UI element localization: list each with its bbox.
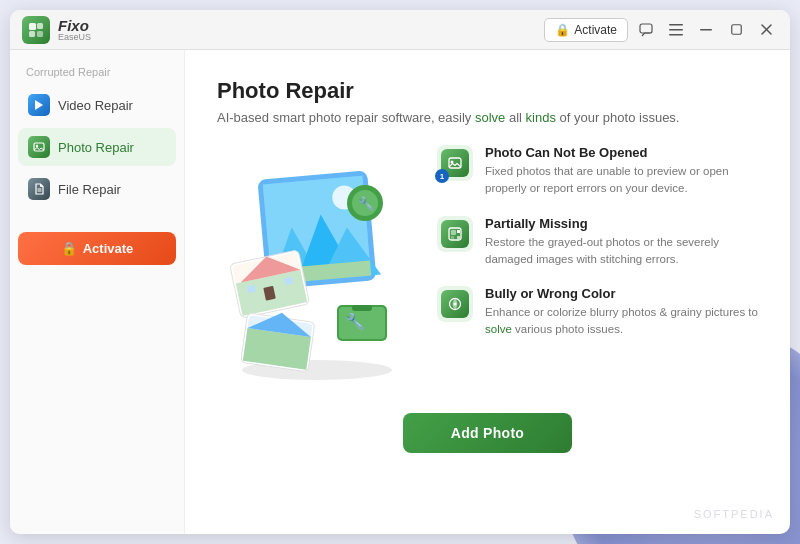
sidebar-section-label: Corrupted Repair [18,66,176,78]
titlebar-logo: Fixo EaseUS [22,16,91,44]
video-repair-label: Video Repair [58,98,133,113]
page-subtitle: AI-based smart photo repair software, ea… [217,110,758,125]
feature-desc-partially-missing: Restore the grayed-out photos or the sev… [485,234,758,269]
svg-rect-2 [29,31,35,37]
svg-rect-13 [34,143,44,151]
feature-list: 1 Photo Can Not Be Opened Fixed photos t… [437,145,758,339]
svg-rect-51 [457,236,460,239]
watermark: SOFTPEDIA [694,508,774,520]
svg-rect-3 [37,31,43,37]
lock-icon: 🔒 [555,23,570,37]
feature-icon-wrong-color [437,286,473,322]
svg-rect-40 [352,305,372,311]
photo-repair-label: Photo Repair [58,140,134,155]
sidebar-lock-icon: 🔒 [61,241,77,256]
content-layout: 🔧 🔧 [217,145,758,385]
app-logo-icon [22,16,50,44]
page-title: Photo Repair [217,78,758,104]
feature-title-partially-missing: Partially Missing [485,216,758,231]
svg-rect-8 [700,29,712,31]
sidebar: Corrupted Repair Video Repair [10,50,185,534]
svg-rect-4 [640,24,652,33]
app-name: Fixo [58,18,91,33]
feature-title-wrong-color: Bully or Wrong Color [485,286,758,301]
sidebar-item-photo-repair[interactable]: Photo Repair [18,128,176,166]
sidebar-item-file-repair[interactable]: File Repair [18,170,176,208]
main-content: Corrupted Repair Video Repair [10,50,790,534]
svg-rect-45 [449,158,461,168]
svg-point-53 [454,303,457,306]
partially-missing-icon [441,220,469,248]
close-button[interactable] [754,18,778,42]
svg-rect-7 [669,34,683,36]
svg-rect-49 [451,236,454,239]
feature-badge-1: 1 [435,169,449,183]
feature-item-partially-missing: Partially Missing Restore the grayed-out… [437,216,758,269]
svg-marker-12 [35,100,43,110]
feature-text-wrong-color: Bully or Wrong Color Enhance or colorize… [485,286,758,339]
minimize-button[interactable] [694,18,718,42]
feature-desc-wrong-color: Enhance or colorize blurry photos & grai… [485,304,758,339]
illustration: 🔧 🔧 [217,145,417,385]
svg-point-14 [36,145,38,147]
feature-text-partially-missing: Partially Missing Restore the grayed-out… [485,216,758,269]
svg-rect-50 [457,230,460,233]
titlebar: Fixo EaseUS 🔒 Activate [10,10,790,50]
add-photo-button[interactable]: Add Photo [403,413,572,453]
svg-text:🔧: 🔧 [345,312,365,331]
feature-item-cannot-open: 1 Photo Can Not Be Opened Fixed photos t… [437,145,758,198]
app-sub: EaseUS [58,33,91,42]
svg-rect-6 [669,29,683,31]
svg-point-46 [451,161,454,164]
wrong-color-icon [441,290,469,318]
file-repair-icon [28,178,50,200]
titlebar-activate-button[interactable]: 🔒 Activate [544,18,628,42]
app-name-group: Fixo EaseUS [58,18,91,42]
feature-icon-partially-missing [437,216,473,252]
svg-rect-5 [669,24,683,26]
feature-icon-cannot-open: 1 [437,145,473,181]
feature-item-wrong-color: Bully or Wrong Color Enhance or colorize… [437,286,758,339]
svg-rect-1 [37,23,43,29]
titlebar-controls: 🔒 Activate [544,18,778,42]
maximize-button[interactable] [724,18,748,42]
menu-icon-button[interactable] [664,18,688,42]
file-repair-label: File Repair [58,182,121,197]
photo-repair-icon [28,136,50,158]
svg-text:🔧: 🔧 [358,195,375,212]
feature-title-cannot-open: Photo Can Not Be Opened [485,145,758,160]
svg-rect-0 [29,23,36,30]
add-photo-section: Add Photo [217,413,758,453]
chat-icon-button[interactable] [634,18,658,42]
page-area: Photo Repair AI-based smart photo repair… [185,50,790,534]
sidebar-activate-button[interactable]: 🔒 Activate [18,232,176,265]
feature-desc-cannot-open: Fixed photos that are unable to preview … [485,163,758,198]
sidebar-item-video-repair[interactable]: Video Repair [18,86,176,124]
main-window: Fixo EaseUS 🔒 Activate [10,10,790,534]
svg-rect-48 [451,230,456,235]
svg-rect-9 [731,25,741,35]
video-repair-icon [28,94,50,116]
feature-text-cannot-open: Photo Can Not Be Opened Fixed photos tha… [485,145,758,198]
